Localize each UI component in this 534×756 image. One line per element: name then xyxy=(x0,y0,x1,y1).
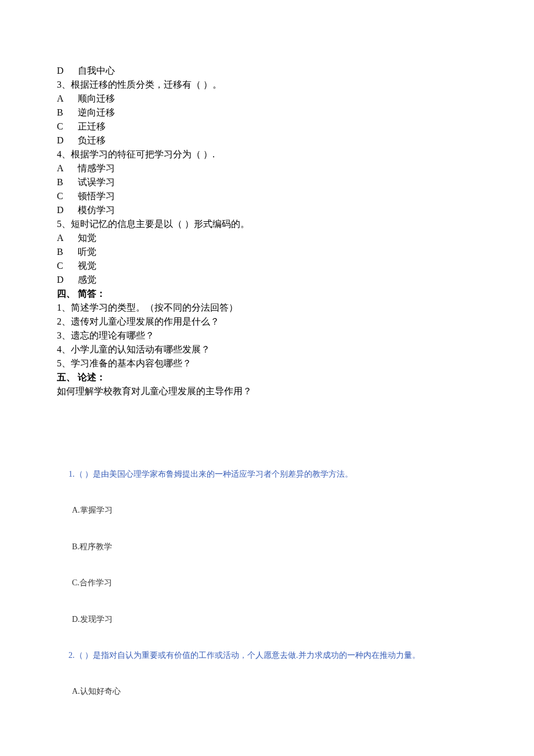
prev-question-option-d: D 自我中心 xyxy=(57,64,477,78)
q3-option-c: C 正迁移 xyxy=(57,120,477,134)
option-letter: D xyxy=(57,134,78,147)
q4-option-b: B 试误学习 xyxy=(57,175,477,189)
section-5-heading: 五、 论述： xyxy=(57,370,477,384)
q3-option-a: A 顺向迁移 xyxy=(57,92,477,106)
section-5-body: 如何理解学校教育对儿童心理发展的主导作用？ xyxy=(57,384,477,398)
option-text: 顿悟学习 xyxy=(78,189,115,203)
option-text: 知觉 xyxy=(78,231,96,245)
option-text: 听觉 xyxy=(78,245,96,259)
option-text: 感觉 xyxy=(78,273,96,287)
q5-option-b: B 听觉 xyxy=(57,245,477,259)
option-text: 视觉 xyxy=(78,259,96,273)
option-letter: A xyxy=(57,161,78,175)
q3-option-b: B 逆向迁移 xyxy=(57,106,477,120)
option-text: 模仿学习 xyxy=(78,203,115,217)
q4-option-c: C 顿悟学习 xyxy=(57,189,477,203)
section-4-item-4: 4、小学儿童的认知活动有哪些发展？ xyxy=(57,343,477,357)
option-letter: B xyxy=(57,175,78,189)
question-5-stem: 5、短时记忆的信息主要是以（ ）形式编码的。 xyxy=(57,217,477,231)
secondary-q1-option-b: B.程序教学 xyxy=(72,541,477,553)
q5-option-c: C 视觉 xyxy=(57,259,477,273)
q4-option-d: D 模仿学习 xyxy=(57,203,477,217)
option-letter: B xyxy=(57,245,78,259)
option-letter: C xyxy=(57,120,78,134)
option-letter: D xyxy=(57,64,78,78)
q3-option-d: D 负迁移 xyxy=(57,134,477,147)
q4-option-a: A 情感学习 xyxy=(57,161,477,175)
section-4-item-5: 5、学习准备的基本内容包哪些？ xyxy=(57,357,477,370)
option-text: 顺向迁移 xyxy=(78,92,115,106)
section-4-item-1: 1、简述学习的类型。（按不同的分法回答） xyxy=(57,301,477,315)
secondary-q1-option-c: C.合作学习 xyxy=(72,577,477,589)
secondary-q1-stem: 1.（ ）是由美国心理学家布鲁姆提出来的一种适应学习者个别差异的教学方法。 xyxy=(68,468,477,481)
option-letter: D xyxy=(57,203,78,217)
section-4-item-3: 3、遗忘的理论有哪些？ xyxy=(57,329,477,343)
option-text: 正迁移 xyxy=(78,120,106,134)
option-letter: C xyxy=(57,189,78,203)
q5-option-a: A 知觉 xyxy=(57,231,477,245)
secondary-q2-stem: 2.（ ）是指对自认为重要或有价值的工作或活动，个人愿意去做.并力求成功的一种内… xyxy=(68,649,477,662)
secondary-q2-option-a: A.认知好奇心 xyxy=(72,685,477,698)
secondary-question-block: 1.（ ）是由美国心理学家布鲁姆提出来的一种适应学习者个别差异的教学方法。 A.… xyxy=(57,398,477,699)
option-text: 情感学习 xyxy=(78,161,115,175)
option-letter: C xyxy=(57,259,78,273)
section-4-heading: 四、 简答： xyxy=(57,287,477,301)
option-text: 逆向迁移 xyxy=(78,106,115,120)
secondary-q1-option-d: D.发现学习 xyxy=(72,613,477,626)
option-letter: A xyxy=(57,92,78,106)
option-text: 自我中心 xyxy=(78,64,115,78)
option-letter: B xyxy=(57,106,78,120)
q5-option-d: D 感觉 xyxy=(57,273,477,287)
option-text: 负迁移 xyxy=(78,134,106,147)
question-4-stem: 4、根据学习的特征可把学习分为（ ）. xyxy=(57,147,477,161)
option-letter: D xyxy=(57,273,78,287)
option-letter: A xyxy=(57,231,78,245)
question-3-stem: 3、根据迁移的性质分类，迁移有（ ）。 xyxy=(57,78,477,92)
section-4-item-2: 2、遗传对儿童心理发展的作用是什么？ xyxy=(57,315,477,329)
secondary-q1-option-a: A.掌握学习 xyxy=(72,504,477,517)
option-text: 试误学习 xyxy=(78,175,115,189)
document-page: D 自我中心 3、根据迁移的性质分类，迁移有（ ）。 A 顺向迁移 B 逆向迁移… xyxy=(0,0,534,733)
